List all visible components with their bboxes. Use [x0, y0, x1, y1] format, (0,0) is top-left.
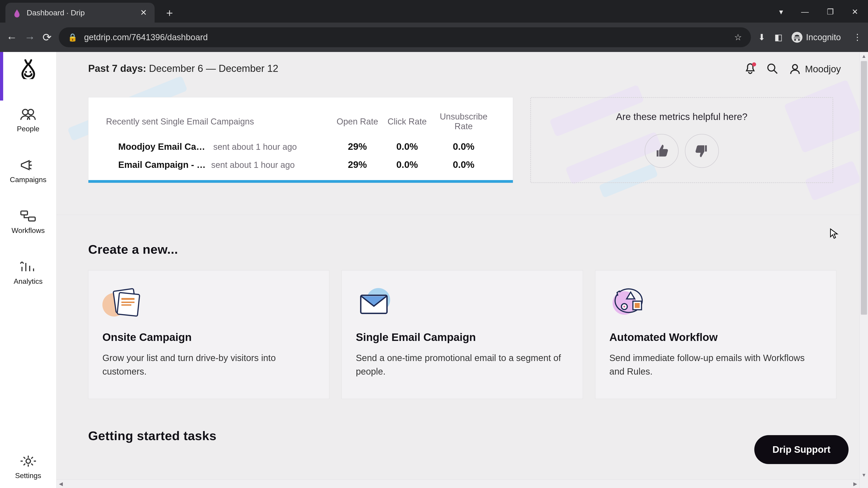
create-card-desc: Send immediate follow-up emails with Wor… [610, 351, 822, 378]
thumbs-up-button[interactable] [645, 134, 679, 168]
gear-icon [20, 454, 37, 468]
thumbs-up-icon [654, 143, 669, 158]
date-range: Past 7 days: December 6 — December 12 [88, 63, 278, 74]
scrollbar-thumb[interactable] [861, 61, 867, 315]
create-card-desc: Send a one-time promotional email to a s… [356, 351, 568, 378]
tab-search-chevron-icon[interactable]: ▾ [779, 7, 783, 16]
unsub-rate-value: 0.0% [432, 159, 495, 170]
browser-menu-button[interactable]: ⋮ [850, 32, 862, 42]
search-icon [767, 63, 778, 74]
date-range-prefix: Past 7 days: [88, 63, 146, 74]
downloads-icon[interactable]: ⬇ [758, 32, 765, 42]
campaign-row[interactable]: Moodjoy Email Cam… sent about 1 hour ago… [106, 141, 495, 152]
bookmark-star-icon[interactable]: ☆ [734, 32, 742, 42]
open-rate-value: 29% [333, 141, 382, 152]
click-rate-value: 0.0% [382, 159, 432, 170]
vertical-scrollbar[interactable]: ▲ ▼ [860, 52, 868, 488]
username-label: Moodjoy [805, 64, 841, 74]
svg-point-3 [28, 109, 33, 115]
svg-point-2 [23, 109, 28, 115]
campaigns-card-title: Recently sent Single Email Campaigns [106, 117, 333, 127]
svg-point-19 [623, 306, 625, 307]
sidebar-accent [0, 52, 3, 101]
sidebar-item-settings[interactable]: Settings [15, 454, 41, 480]
metrics-feedback-card: Are these metrics helpful here? [530, 97, 833, 183]
window-close-button[interactable]: ✕ [852, 7, 858, 16]
horizontal-scrollbar[interactable]: ◀ ▶ [57, 480, 860, 488]
new-tab-button[interactable]: ＋ [155, 5, 184, 23]
side-panel-icon[interactable]: ◧ [774, 32, 782, 42]
campaign-name: Email Campaign - … [106, 160, 206, 170]
create-onsite-campaign-card[interactable]: Onsite Campaign Grow your list and turn … [88, 270, 329, 399]
open-rate-value: 29% [333, 159, 382, 170]
window-minimize-button[interactable]: ― [801, 7, 809, 16]
nav-forward-button[interactable]: → [24, 31, 35, 43]
sidebar: People Campaigns Workflows Analytics [0, 52, 57, 488]
nav-back-button[interactable]: ← [6, 31, 17, 43]
browser-toolbar: ← → ⟳ 🔒 getdrip.com/7641396/dashboard ☆ … [0, 23, 868, 52]
single-email-icon [356, 285, 394, 319]
svg-point-1 [29, 71, 31, 73]
tab-close-icon[interactable]: ✕ [140, 8, 147, 18]
create-automated-workflow-card[interactable]: Automated Workflow Send immediate follow… [595, 270, 836, 399]
sidebar-item-label: Campaigns [10, 175, 46, 184]
svg-rect-5 [29, 217, 35, 221]
sidebar-item-analytics[interactable]: Analytics [13, 260, 42, 286]
thumbs-down-icon [694, 143, 709, 158]
create-heading: Create a new... [88, 242, 836, 257]
drip-support-button[interactable]: Drip Support [754, 435, 848, 464]
window-maximize-button[interactable]: ❐ [827, 7, 834, 16]
sidebar-item-campaigns[interactable]: Campaigns [10, 158, 46, 184]
lock-icon: 🔒 [68, 33, 77, 42]
app-logo-icon[interactable] [20, 57, 37, 80]
incognito-icon [792, 32, 802, 43]
scroll-down-arrow[interactable]: ▼ [860, 471, 868, 480]
campaign-row[interactable]: Email Campaign - … sent about 1 hour ago… [106, 159, 495, 170]
people-icon [19, 107, 37, 122]
create-single-email-card[interactable]: Single Email Campaign Send a one-time pr… [342, 270, 583, 399]
sidebar-item-workflows[interactable]: Workflows [11, 209, 45, 235]
account-menu[interactable]: Moodjoy [789, 63, 841, 75]
browser-tab-strip: Dashboard · Drip ✕ ＋ ▾ ― ❐ ✕ [0, 0, 868, 23]
scroll-up-arrow[interactable]: ▲ [860, 52, 868, 61]
mouse-cursor [830, 228, 839, 240]
sidebar-item-label: Analytics [13, 277, 42, 286]
recent-campaigns-card: Recently sent Single Email Campaigns Ope… [88, 97, 513, 183]
browser-tab[interactable]: Dashboard · Drip ✕ [5, 3, 155, 23]
create-card-title: Single Email Campaign [356, 331, 568, 344]
create-card-title: Automated Workflow [610, 331, 822, 344]
workflow-icon [19, 209, 37, 223]
col-click-rate: Click Rate [382, 117, 432, 127]
megaphone-icon [19, 158, 37, 172]
campaign-name: Moodjoy Email Cam… [106, 142, 208, 152]
onsite-campaign-icon [102, 285, 141, 319]
date-range-value: December 6 — December 12 [149, 63, 278, 74]
svg-rect-21 [635, 303, 640, 308]
address-bar[interactable]: 🔒 getdrip.com/7641396/dashboard ☆ [59, 27, 751, 47]
nav-reload-button[interactable]: ⟳ [42, 31, 52, 43]
svg-rect-14 [121, 304, 131, 306]
scroll-left-arrow[interactable]: ◀ [57, 480, 65, 488]
incognito-badge[interactable]: Incognito [792, 32, 841, 43]
main-content: Past 7 days: December 6 — December 12 [57, 52, 868, 488]
sidebar-item-people[interactable]: People [17, 107, 39, 133]
getting-started-heading: Getting started tasks [88, 428, 836, 443]
incognito-label: Incognito [806, 33, 841, 42]
url-text: getdrip.com/7641396/dashboard [84, 33, 727, 42]
unsub-rate-value: 0.0% [432, 141, 495, 152]
browser-tab-title: Dashboard · Drip [27, 8, 134, 17]
svg-rect-4 [21, 211, 28, 215]
thumbs-down-button[interactable] [685, 134, 719, 168]
create-card-desc: Grow your list and turn drive-by visitor… [102, 351, 315, 378]
scroll-right-arrow[interactable]: ▶ [851, 480, 860, 488]
sidebar-item-label: Workflows [11, 226, 45, 235]
sidebar-item-label: People [17, 125, 39, 133]
create-card-title: Onsite Campaign [102, 331, 315, 344]
click-rate-value: 0.0% [382, 141, 432, 152]
notifications-button[interactable] [745, 63, 756, 75]
search-button[interactable] [767, 63, 778, 75]
analytics-icon [19, 260, 37, 274]
drip-favicon [13, 9, 21, 17]
svg-rect-13 [121, 302, 134, 303]
col-unsub-rate: Unsubscribe Rate [432, 112, 495, 131]
